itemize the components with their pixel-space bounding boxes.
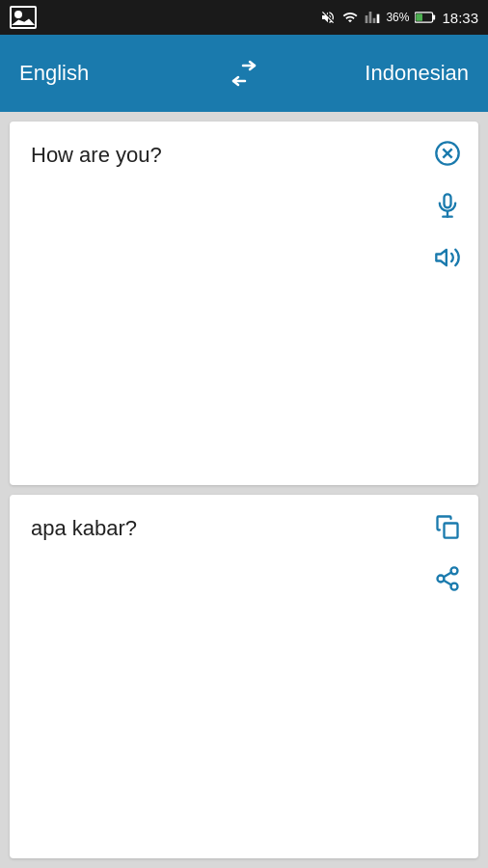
source-card: How are you? [10,122,478,485]
share-icon [434,565,461,592]
battery-indicator: 36% [386,11,409,24]
svg-marker-9 [436,250,447,265]
clear-button[interactable] [430,136,465,171]
svg-rect-2 [417,14,423,21]
close-circle-icon [434,140,461,167]
source-text[interactable]: How are you? [10,122,478,485]
svg-rect-6 [445,194,451,207]
status-bar-left [10,6,37,29]
copy-icon [434,513,461,540]
svg-line-15 [444,573,451,578]
source-language-label[interactable]: English [19,61,135,86]
target-card: apa kabar? [10,495,478,858]
svg-rect-10 [445,524,458,538]
target-card-actions [430,509,465,596]
share-button[interactable] [430,561,465,596]
mute-icon [320,10,336,25]
signal-icon [365,10,380,25]
svg-line-14 [444,581,451,585]
speaker-icon [434,244,461,271]
status-bar-right: 36% 18:33 [320,10,478,26]
target-language-label[interactable]: Indonesian [353,61,469,86]
gallery-icon [10,6,37,29]
svg-rect-1 [433,14,436,19]
copy-button[interactable] [430,509,465,544]
status-time: 18:33 [442,10,478,26]
speaker-button[interactable] [430,240,465,275]
swap-icon [226,60,262,87]
status-bar: 36% 18:33 [0,0,488,35]
wifi-icon [341,10,359,25]
battery-icon [415,11,436,24]
toolbar: English Indonesian [0,35,488,112]
swap-languages-button[interactable] [226,60,262,87]
source-card-actions [430,136,465,275]
microphone-icon [434,192,461,219]
main-content: How are you? [0,112,488,868]
microphone-button[interactable] [430,188,465,223]
target-text: apa kabar? [10,495,478,858]
